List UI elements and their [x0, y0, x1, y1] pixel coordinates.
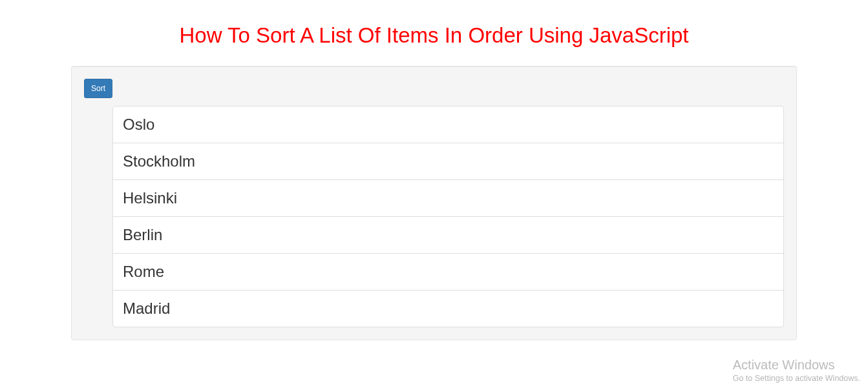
item-list: Oslo Stockholm Helsinki Berlin Rome Madr… — [112, 106, 784, 327]
watermark-title: Activate Windows — [733, 358, 860, 373]
watermark-subtitle: Go to Settings to activate Windows. — [733, 374, 860, 383]
content-panel: Sort Oslo Stockholm Helsinki Berlin Rome… — [71, 66, 797, 340]
list-item: Stockholm — [112, 143, 784, 180]
windows-activation-watermark: Activate Windows Go to Settings to activ… — [733, 358, 860, 383]
list-item: Madrid — [112, 290, 784, 327]
list-item: Berlin — [112, 216, 784, 254]
list-item: Oslo — [112, 106, 784, 143]
list-item: Rome — [112, 253, 784, 291]
sort-button[interactable]: Sort — [84, 79, 112, 98]
page-title: How To Sort A List Of Items In Order Usi… — [0, 23, 868, 48]
list-item: Helsinki — [112, 179, 784, 217]
